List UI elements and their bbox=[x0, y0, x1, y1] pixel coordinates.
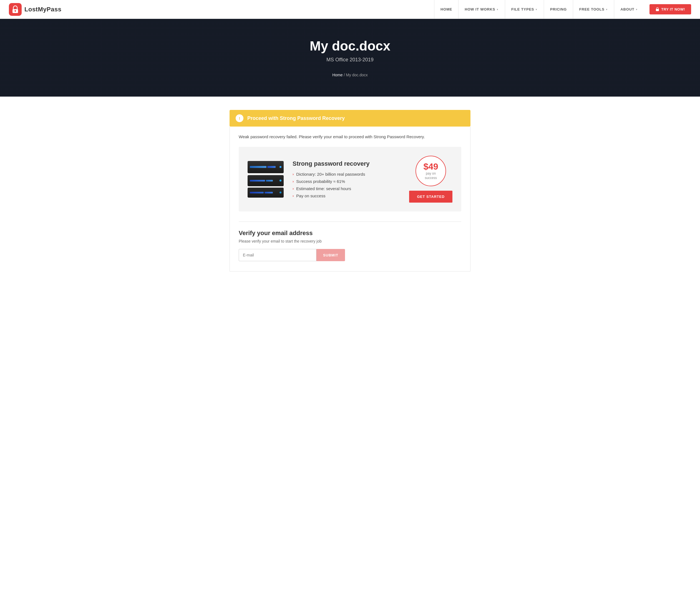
server-image bbox=[248, 161, 284, 198]
get-started-button[interactable]: GET STARTED bbox=[409, 191, 452, 203]
server-unit-3 bbox=[248, 188, 284, 198]
content-card: Weak password recovery failed. Please ve… bbox=[230, 127, 470, 272]
brand-logo[interactable]: LostMyPass bbox=[9, 3, 61, 16]
server-light-5 bbox=[250, 192, 264, 193]
email-form: SUBMIT bbox=[239, 249, 461, 261]
alert-icon: ! bbox=[236, 114, 243, 122]
server-stack bbox=[248, 161, 284, 198]
server-light-6 bbox=[264, 192, 273, 193]
failed-message: Weak password recovery failed. Please ve… bbox=[239, 134, 461, 139]
try-now-button[interactable]: TRY IT NOW! bbox=[649, 4, 691, 14]
feature-text-1: Dictionary: 20+ billion real passwords bbox=[296, 172, 365, 177]
server-light bbox=[250, 166, 266, 168]
breadcrumb-current: My doc.docx bbox=[346, 73, 368, 77]
hero-section: My doc.docx MS Office 2013-2019 Home / M… bbox=[0, 19, 700, 97]
about-chevron: ▼ bbox=[636, 8, 638, 11]
recovery-features: › Dictionary: 20+ billion real passwords… bbox=[293, 172, 400, 198]
nav-pricing[interactable]: PRICING bbox=[544, 0, 573, 19]
server-dot bbox=[280, 166, 282, 168]
nav-free-tools[interactable]: FREE TOOLS ▼ bbox=[573, 0, 614, 19]
feature-chevron-4: › bbox=[293, 194, 294, 198]
server-light-4 bbox=[266, 180, 273, 182]
file-types-chevron: ▼ bbox=[535, 8, 538, 11]
feature-text-2: Success probability ≈ 61% bbox=[296, 179, 345, 184]
main-content: ! Proceed with Strong Password Recovery … bbox=[225, 110, 475, 272]
server-dot-2 bbox=[280, 180, 282, 182]
server-unit-2 bbox=[248, 175, 284, 186]
brand-icon bbox=[9, 3, 22, 16]
feature-text-3: Estimated time: several hours bbox=[296, 186, 351, 191]
feature-item-3: › Estimated time: several hours bbox=[293, 186, 400, 191]
nav-links: HOME HOW IT WORKS ▼ FILE TYPES ▼ PRICING… bbox=[434, 0, 691, 19]
server-unit-1 bbox=[248, 161, 284, 173]
price-circle: $49 pay onsuccess bbox=[415, 156, 446, 186]
server-light-2 bbox=[267, 166, 276, 168]
brand-name: LostMyPass bbox=[24, 6, 61, 13]
server-dot-3 bbox=[280, 192, 282, 193]
alert-banner: ! Proceed with Strong Password Recovery bbox=[230, 110, 470, 127]
page-title: My doc.docx bbox=[310, 38, 391, 54]
feature-item-2: › Success probability ≈ 61% bbox=[293, 179, 400, 184]
server-light-3 bbox=[250, 180, 265, 182]
price-section: $49 pay onsuccess GET STARTED bbox=[409, 156, 452, 203]
svg-rect-3 bbox=[15, 11, 15, 12]
email-section-title: Verify your email address bbox=[239, 230, 461, 237]
breadcrumb: Home / My doc.docx bbox=[310, 73, 391, 77]
free-tools-chevron: ▼ bbox=[606, 8, 608, 11]
feature-text-4: Pay on success bbox=[296, 193, 325, 198]
recovery-title: Strong password recovery bbox=[293, 160, 400, 167]
hero-content: My doc.docx MS Office 2013-2019 Home / M… bbox=[310, 38, 391, 77]
navbar: LostMyPass HOME HOW IT WORKS ▼ FILE TYPE… bbox=[0, 0, 700, 19]
submit-button[interactable]: SUBMIT bbox=[316, 249, 345, 261]
email-description: Please verify your email to start the re… bbox=[239, 239, 461, 243]
price-amount: $49 bbox=[423, 162, 438, 171]
breadcrumb-home[interactable]: Home bbox=[332, 73, 343, 77]
recovery-box: Strong password recovery › Dictionary: 2… bbox=[239, 147, 461, 211]
svg-rect-4 bbox=[656, 9, 659, 11]
email-input[interactable] bbox=[239, 249, 316, 261]
server-lights-3 bbox=[250, 192, 278, 193]
nav-about[interactable]: ABOUT ▼ bbox=[614, 0, 644, 19]
recovery-details: Strong password recovery › Dictionary: 2… bbox=[293, 160, 400, 198]
email-section: Verify your email address Please verify … bbox=[239, 221, 461, 261]
hero-subtitle: MS Office 2013-2019 bbox=[310, 57, 391, 63]
alert-text: Proceed with Strong Password Recovery bbox=[247, 115, 345, 121]
feature-chevron-1: › bbox=[293, 172, 294, 176]
nav-file-types[interactable]: FILE TYPES ▼ bbox=[505, 0, 544, 19]
how-it-works-chevron: ▼ bbox=[496, 8, 499, 11]
server-lights-2 bbox=[250, 180, 278, 182]
feature-chevron-2: › bbox=[293, 179, 294, 184]
feature-chevron-3: › bbox=[293, 187, 294, 191]
feature-item-4: › Pay on success bbox=[293, 193, 400, 198]
nav-how-it-works[interactable]: HOW IT WORKS ▼ bbox=[458, 0, 505, 19]
nav-home[interactable]: HOME bbox=[434, 0, 458, 19]
server-lights bbox=[250, 166, 278, 168]
price-label: pay onsuccess bbox=[425, 171, 437, 180]
feature-item-1: › Dictionary: 20+ billion real passwords bbox=[293, 172, 400, 177]
lock-icon bbox=[656, 7, 659, 11]
